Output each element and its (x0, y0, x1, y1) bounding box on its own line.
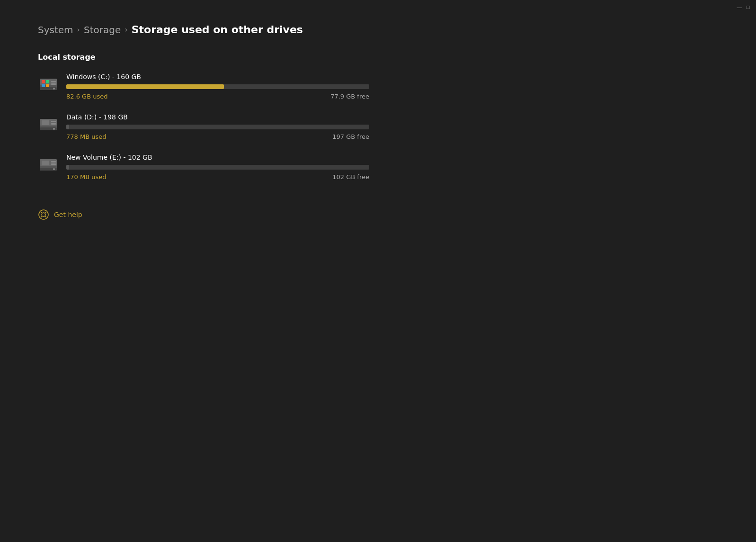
svg-line-28 (45, 216, 46, 217)
maximize-button[interactable]: □ (745, 4, 751, 10)
get-help-section[interactable]: Get help (38, 209, 718, 220)
section-title-local-storage: Local storage (38, 53, 718, 62)
drive-bar-fill-d-drive (66, 125, 69, 129)
drive-icon-c-drive (38, 74, 59, 95)
drive-stats-c-drive: 82.6 GB used77.9 GB free (66, 93, 369, 100)
drive-used-c-drive: 82.6 GB used (66, 93, 107, 100)
minimize-button[interactable]: — (736, 4, 743, 10)
drive-free-c-drive: 77.9 GB free (330, 93, 369, 100)
svg-rect-13 (51, 123, 56, 125)
drive-name-d-drive: Data (D:) - 198 GB (66, 113, 369, 121)
svg-rect-3 (46, 80, 49, 83)
breadcrumb-storage[interactable]: Storage (84, 24, 121, 36)
drive-icon-e-drive (38, 154, 59, 175)
get-help-link[interactable]: Get help (54, 211, 82, 218)
drive-name-e-drive: New Volume (E:) - 102 GB (66, 154, 369, 161)
svg-point-24 (39, 210, 48, 219)
help-icon (38, 209, 49, 220)
svg-line-26 (41, 212, 42, 213)
drive-info-d-drive: Data (D:) - 198 GB778 MB used197 GB free (66, 113, 369, 140)
svg-point-15 (53, 128, 55, 130)
svg-point-9 (53, 88, 55, 90)
drive-stats-e-drive: 170 MB used102 GB free (66, 173, 369, 181)
drive-info-c-drive: Windows (C:) - 160 GB82.6 GB used77.9 GB… (66, 73, 369, 100)
breadcrumb-current: Storage used on other drives (132, 24, 303, 36)
drive-name-c-drive: Windows (C:) - 160 GB (66, 73, 369, 81)
drive-bar-container-c-drive (66, 84, 369, 89)
svg-point-25 (42, 213, 45, 217)
breadcrumb: System › Storage › Storage used on other… (38, 24, 718, 36)
svg-line-29 (41, 216, 42, 217)
svg-rect-16 (42, 120, 49, 125)
drive-used-e-drive: 170 MB used (66, 173, 106, 181)
drive-bar-container-e-drive (66, 165, 369, 170)
breadcrumb-sep-2: › (125, 25, 127, 34)
svg-rect-19 (51, 161, 56, 163)
svg-point-22 (53, 168, 55, 170)
breadcrumb-system[interactable]: System (38, 24, 73, 36)
breadcrumb-sep-1: › (77, 25, 80, 34)
drive-info-e-drive: New Volume (E:) - 102 GB170 MB used102 G… (66, 154, 369, 181)
drives-list: Windows (C:) - 160 GB82.6 GB used77.9 GB… (38, 73, 369, 181)
drive-bar-fill-c-drive (66, 84, 224, 89)
drive-bar-fill-e-drive (66, 165, 69, 170)
svg-rect-6 (51, 81, 56, 82)
svg-rect-12 (51, 121, 56, 122)
svg-rect-20 (51, 163, 56, 165)
drive-item-c-drive[interactable]: Windows (C:) - 160 GB82.6 GB used77.9 GB… (38, 73, 369, 100)
drive-item-d-drive[interactable]: Data (D:) - 198 GB778 MB used197 GB free (38, 113, 369, 140)
drive-bar-container-d-drive (66, 125, 369, 129)
svg-rect-7 (51, 83, 56, 85)
svg-line-27 (45, 212, 46, 213)
drive-stats-d-drive: 778 MB used197 GB free (66, 133, 369, 140)
svg-rect-4 (42, 84, 45, 88)
drive-free-d-drive: 197 GB free (332, 133, 369, 140)
drive-item-e-drive[interactable]: New Volume (E:) - 102 GB170 MB used102 G… (38, 154, 369, 181)
drive-icon-d-drive (38, 114, 59, 135)
svg-rect-5 (46, 84, 49, 88)
drive-used-d-drive: 778 MB used (66, 133, 106, 140)
svg-rect-23 (42, 161, 49, 165)
svg-rect-2 (42, 80, 45, 83)
drive-free-e-drive: 102 GB free (332, 173, 369, 181)
